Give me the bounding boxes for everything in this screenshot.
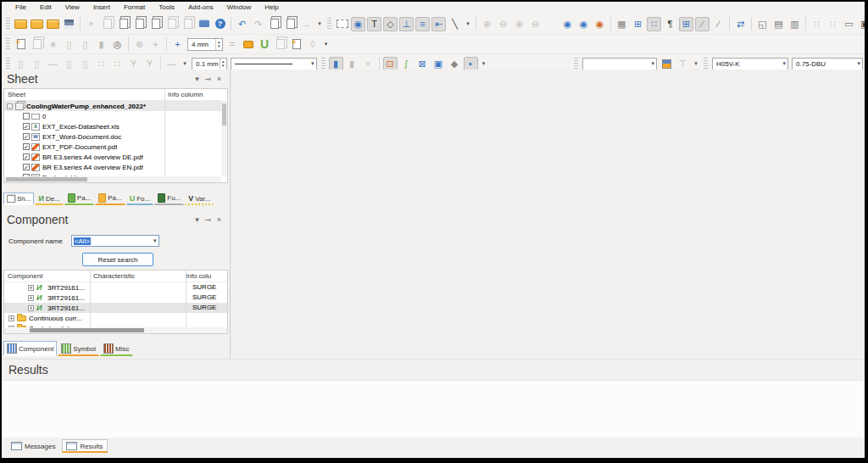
center-target-icon[interactable]: ◎ — [110, 37, 125, 52]
component-tab-misc[interactable]: Misc — [100, 341, 132, 356]
highlight-icon[interactable] — [242, 37, 256, 52]
checkbox[interactable] — [23, 113, 30, 120]
tree-row-br-e3-series-a4-overview-en-pdf[interactable]: ✓BR E3.series A4 overview EN.pdf — [4, 162, 227, 172]
collapse-icon[interactable]: - — [7, 103, 13, 109]
component-panel-pin-icon[interactable]: ⊸ — [203, 215, 214, 224]
curve-tool-icon[interactable]: ∫ — [399, 57, 414, 71]
hscroll-thumb[interactable] — [30, 328, 144, 332]
expand-icon[interactable]: + — [28, 285, 34, 291]
new-window-icon[interactable]: ▣ — [858, 17, 865, 31]
component-table-hscrollbar[interactable] — [4, 327, 227, 333]
block-tool-icon[interactable]: ▣ — [431, 57, 446, 71]
wire-overflow-caret[interactable]: ▾ — [480, 57, 488, 71]
sheet-tree-vscrollbar[interactable] — [221, 100, 227, 176]
column-divider[interactable] — [90, 271, 91, 333]
net-tool-icon[interactable]: ⊠ — [415, 57, 430, 71]
menu-item-view[interactable]: View — [58, 2, 86, 14]
component-panel-close-icon[interactable]: × — [214, 215, 225, 224]
checkbox[interactable]: ✓ — [23, 143, 30, 150]
expand-icon[interactable]: + — [28, 305, 34, 311]
export-sheet-icon[interactable] — [283, 17, 298, 31]
save-icon[interactable] — [62, 17, 76, 31]
device-tool-1-icon[interactable]: ▯ — [14, 57, 28, 71]
sheet-frame-2-icon[interactable]: ▯ — [78, 37, 92, 52]
dock-tab-var[interactable]: VVar... — [185, 192, 214, 205]
help-icon[interactable] — [213, 17, 227, 31]
tree-row-project[interactable]: -CoolingWaterPump_enhanced_2022* — [4, 101, 227, 111]
column-header-component[interactable]: Component — [4, 272, 90, 280]
dimension-mode-icon[interactable]: ⊥ — [399, 17, 414, 31]
sheet-copy-icon[interactable] — [30, 37, 44, 52]
component-name-combo[interactable]: <All> ▾ — [71, 235, 159, 247]
connect-tool-icon[interactable]: ∕ — [695, 17, 709, 31]
menu-item-tools[interactable]: Tools — [152, 2, 181, 14]
toolbar-drag-handle[interactable] — [321, 58, 326, 70]
save-project-as-icon[interactable] — [46, 17, 60, 31]
sheet-favorite-icon[interactable]: ∗ — [46, 37, 60, 52]
combo-caret-icon[interactable]: ▾ — [651, 60, 654, 67]
delete-circle-icon[interactable]: ⊗ — [132, 37, 147, 52]
zoom-area-icon[interactable]: ◌ — [544, 17, 559, 31]
eraser-icon[interactable]: ◊ — [306, 37, 320, 52]
align-mode-icon[interactable]: ≡ — [415, 17, 430, 31]
menu-item-help[interactable]: Help — [258, 2, 285, 14]
copy-format-icon[interactable] — [164, 17, 179, 31]
device-tool-2-icon[interactable]: ▯ — [30, 57, 44, 71]
hscroll-thumb[interactable] — [6, 177, 87, 181]
undo-icon[interactable]: ↶ — [235, 17, 249, 31]
component-row-3rt29161[interactable]: +И3RT29161...SURGE — [4, 303, 227, 313]
grid-icon[interactable]: ▦ — [615, 17, 629, 31]
fit-window-icon[interactable]: ▭ — [842, 17, 856, 31]
assign-caret[interactable]: ▾ — [692, 57, 700, 71]
dock-tab-fo[interactable]: UFo... — [126, 192, 154, 205]
component-tab-symbol[interactable]: Symbol — [58, 341, 99, 356]
toolbar-drag-handle[interactable] — [6, 38, 10, 51]
zoom-out-icon[interactable]: ⊖ — [496, 17, 510, 31]
export-icon[interactable]: → — [299, 17, 314, 31]
menu-item-add-ons[interactable]: Add-ons — [181, 2, 220, 14]
expand-icon[interactable]: + — [28, 295, 34, 301]
pin-tool-2-icon[interactable]: ▮ — [345, 57, 359, 71]
paste-icon[interactable] — [116, 17, 131, 31]
toolbar-drag-handle[interactable] — [6, 58, 10, 70]
checkbox[interactable]: ✓ — [23, 164, 30, 170]
sheet-panel-close-icon[interactable]: × — [214, 75, 225, 83]
menu-item-insert[interactable]: Insert — [86, 2, 117, 14]
pan-icon[interactable]: ⊞ — [631, 17, 645, 31]
menu-item-window[interactable]: Window — [220, 2, 258, 14]
dot-tool-icon[interactable]: ▪ — [464, 57, 478, 71]
pins-tool-2-icon[interactable]: ∷ — [110, 57, 125, 71]
menu-item-file[interactable]: File — [8, 2, 33, 14]
zoom-page-icon[interactable]: ◉ — [576, 17, 591, 31]
spinner-arrows-icon[interactable]: ▴▾ — [215, 39, 222, 50]
checkbox[interactable]: ✓ — [23, 123, 30, 130]
node-tool-icon[interactable]: ⊡ — [383, 57, 398, 71]
toolbar-drag-handle[interactable] — [6, 18, 10, 31]
dock-tab-de[interactable]: ИDe... — [35, 192, 63, 205]
pin-tool-icon[interactable]: ▮ — [329, 57, 343, 71]
modes-caret[interactable]: ▾ — [464, 17, 472, 31]
dock-tab-sh[interactable]: Sh... — [3, 192, 34, 205]
reference-mode-icon[interactable]: ⇤ — [431, 17, 446, 31]
open-project-icon[interactable] — [30, 17, 44, 31]
combo-caret-icon[interactable]: ▾ — [153, 237, 157, 244]
viewport-icon[interactable] — [335, 17, 349, 31]
text-mode-icon[interactable]: T — [367, 17, 381, 31]
column-divider[interactable] — [186, 271, 186, 333]
device-tool-3-icon[interactable]: ▯ — [62, 57, 76, 71]
place-pin-icon[interactable]: + — [170, 37, 185, 52]
new-sheet-icon[interactable] — [14, 37, 28, 52]
component-tab-component[interactable]: Component — [3, 341, 57, 356]
tree-row-ext-pdf-document-pdf[interactable]: ✓EXT_PDF-Document.pdf — [4, 142, 227, 152]
zoom-settings-icon[interactable]: ◉ — [593, 17, 607, 31]
results-panel-body[interactable] — [2, 380, 865, 438]
combo-caret-icon[interactable]: ▾ — [782, 60, 786, 67]
line-spacing-icon[interactable]: ⇄ — [733, 17, 748, 31]
component-row-continuous-curr[interactable]: +Continuous curr... — [4, 313, 227, 323]
dock-tab-pa[interactable]: Pa... — [95, 191, 125, 205]
print-icon[interactable] — [197, 17, 211, 31]
combo-caret-icon[interactable]: ▾ — [857, 60, 860, 67]
component-panel-menu-caret-icon[interactable]: ▾ — [192, 215, 203, 224]
column-header-characteristic[interactable]: Characteristic — [90, 272, 186, 280]
grid-size-spinner[interactable]: 4 mm▴▾ — [187, 38, 223, 51]
